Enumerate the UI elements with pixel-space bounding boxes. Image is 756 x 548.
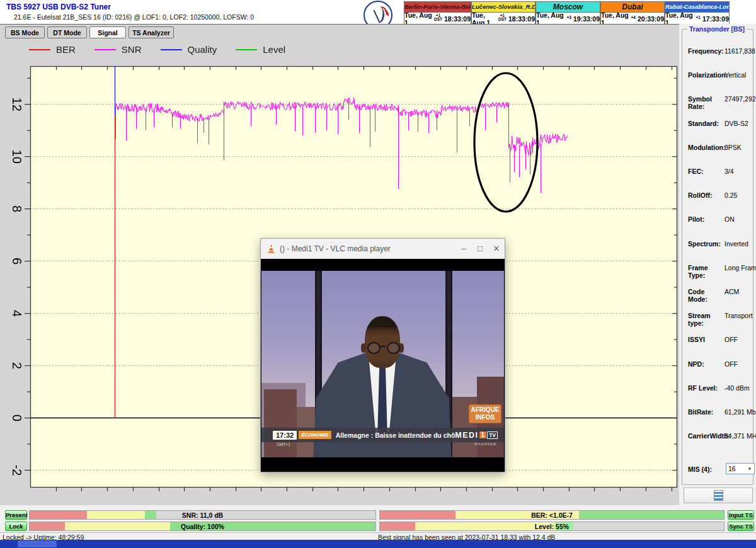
transponder-field: FEC:3/4 xyxy=(688,168,751,175)
tab-strip: BS Mode DT Mode Signal Mon. TS Analyzer … xyxy=(0,24,679,40)
glasses-icon xyxy=(367,342,381,354)
transponder-field: Frame Type:Long Frame xyxy=(688,264,751,279)
mis-select[interactable]: 16 ▼ xyxy=(726,463,755,474)
vlc-window[interactable]: () - Medi1 TV - VLC media player – □ ✕ A… xyxy=(260,238,505,472)
ber-value: BER: <1.0E-7 xyxy=(380,511,724,519)
clock-berlin: Berlin-Paris-Vienna-Belgrade Tue, Aug 1 … xyxy=(404,1,471,25)
input-ts-indicator[interactable]: Input TS xyxy=(728,510,754,520)
mis-value: 16 xyxy=(728,465,736,472)
tab-dt-mode[interactable]: DT Mode xyxy=(47,26,87,38)
chart-legend: BER SNR Quality Level xyxy=(29,44,285,55)
snr-value: SNR: 11,0 dB xyxy=(30,511,375,519)
ber-legend-line xyxy=(29,49,50,50)
transponder-title: Transponder [BS] xyxy=(687,25,747,33)
close-button[interactable]: ✕ xyxy=(488,244,505,253)
clock-rabat: Rabat-Casablanca-London Tue, Aug 1 +1 17… xyxy=(665,1,730,25)
quality-legend-line xyxy=(161,49,182,50)
lock-indicator[interactable]: Lock xyxy=(5,522,27,531)
quality-bar: Quality: 100% xyxy=(29,522,376,531)
medi1tv-logo: MEDI1TV xyxy=(455,431,498,440)
afrique-infos-badge: AFRIQUEINFOS xyxy=(469,404,501,423)
legend-label-snr: SNR xyxy=(122,44,142,55)
present-indicator[interactable]: Present xyxy=(5,510,27,520)
level-legend-line xyxy=(236,49,257,50)
signal-status-bars: Present SNR: 11,0 dB BER: <1.0E-7 Input … xyxy=(0,505,756,532)
mis-label: MIS (4): xyxy=(688,465,724,473)
transponder-field: Spectrum:Inverted xyxy=(688,240,751,248)
legend-label-level: Level xyxy=(263,44,285,55)
transponder-field: Stream type:Transport xyxy=(688,312,751,327)
tuner-subtitle: 21.6E - Eutelsat 21B_SES 16 (ID: 0216) @… xyxy=(14,13,254,21)
ticker-headline: Allemagne : Baisse inattendue du chômage… xyxy=(336,431,455,439)
vlc-window-title: () - Medi1 TV - VLC media player xyxy=(280,244,455,253)
quality-value: Quality: 100% xyxy=(30,522,375,530)
snr-bar: SNR: 11,0 dB xyxy=(29,510,376,520)
transponder-field: RF Level:-40 dBm xyxy=(688,384,751,392)
chevron-down-icon: ▼ xyxy=(747,466,752,472)
transponder-field: Modulation:8PSK xyxy=(688,144,751,151)
transponder-field: Frequency:11617,838 MHz xyxy=(688,47,751,55)
snr-legend-line xyxy=(94,49,116,50)
clock-lucenec: Lučenec-Slovakia_R.Dávid Tue, Aug 1 +1DS… xyxy=(471,1,536,25)
ber-bar: BER: <1.0E-7 xyxy=(379,510,724,520)
vlc-titlebar[interactable]: () - Medi1 TV - VLC media player – □ ✕ xyxy=(261,239,505,259)
transponder-field: Symbol Rate:27497,292 KS/s xyxy=(688,95,751,110)
news-ticker: 17:32 GMT+1 ÉCONOMIE Allemagne : Baisse … xyxy=(261,428,504,442)
clock-time: 18:33:09 xyxy=(444,15,471,23)
transponder-field: ISSYIOFF xyxy=(688,336,751,343)
transponder-sidebar: Transponder [BS] Frequency:11617,838 MHz… xyxy=(679,24,756,505)
start-button[interactable] xyxy=(18,540,57,547)
ticker-clock: 17:32 xyxy=(273,431,297,440)
transponder-groupbox: Transponder [BS] Frequency:11617,838 MHz… xyxy=(682,29,753,485)
transponder-field: NPD:OFF xyxy=(688,360,751,368)
ticker-timezone: GMT+1 xyxy=(277,442,290,447)
mis-row: MIS (4): 16 ▼ xyxy=(688,465,751,473)
transponder-field: RollOff:0.25 xyxy=(688,191,751,199)
list-icon xyxy=(714,490,723,501)
video-frame: AFRIQUEINFOS 17:32 GMT+1 ÉCONOMIE Allema… xyxy=(261,271,504,457)
minimize-button[interactable]: – xyxy=(455,244,472,253)
vlc-cone-icon xyxy=(267,244,275,253)
level-bar: Level: 55% xyxy=(379,522,724,531)
transponder-field: Polarization:Vertical xyxy=(688,71,751,79)
level-value: Level: 55% xyxy=(380,522,724,530)
legend-label-ber: BER xyxy=(56,44,76,55)
transponder-field: CarrierWidth:34,371 MHz xyxy=(688,432,751,440)
ticker-category: ÉCONOMIE xyxy=(299,431,331,439)
tab-signal-mon[interactable]: Signal Mon. xyxy=(89,26,126,38)
clock-moscow: Moscow Tue, Aug 1 +3 19:33:09 xyxy=(536,1,600,25)
transponder-field: Standard:DVB-S2 xyxy=(688,120,751,127)
save-list-button[interactable] xyxy=(684,488,753,503)
transponder-field: BitRate:61,291 Mbit/s xyxy=(688,408,751,416)
tab-ts-analyzer[interactable]: TS Analyzer (OK) xyxy=(129,26,174,38)
transponder-field: Code Mode:ACM xyxy=(688,288,751,303)
letterbox-bar xyxy=(261,457,504,471)
taskbar[interactable] xyxy=(0,540,756,548)
transponder-field: Pilot:ON xyxy=(688,215,751,223)
tab-bs-mode[interactable]: BS Mode xyxy=(5,26,45,38)
maximize-button[interactable]: □ xyxy=(472,244,488,253)
clock-dubai: Dubai Tue, Aug 1 +4 20:33:09 xyxy=(600,1,665,25)
legend-label-quality: Quality xyxy=(188,44,217,55)
page-title: TBS 5927 USB DVB-S2 Tuner xyxy=(6,3,111,11)
sync-ts-indicator[interactable]: Sync TS xyxy=(728,522,754,531)
